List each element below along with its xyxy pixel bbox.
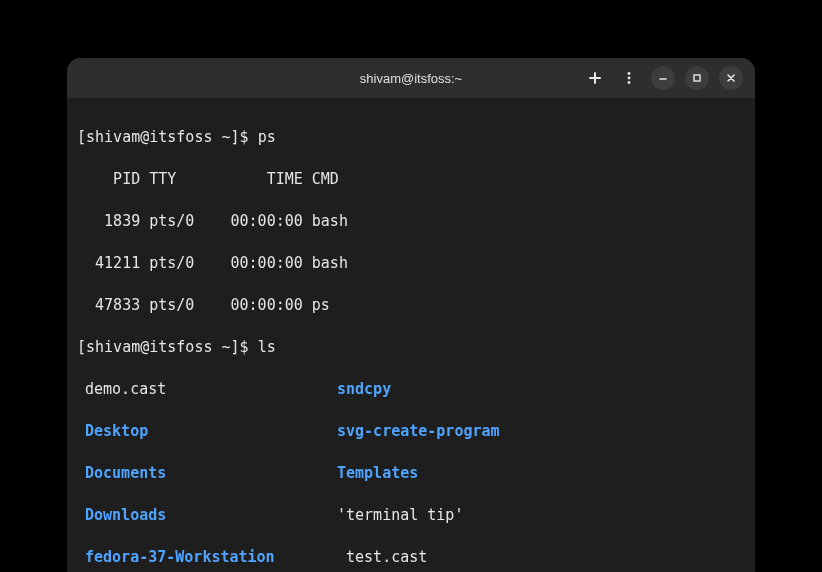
minimize-button[interactable] xyxy=(651,66,675,90)
svg-point-1 xyxy=(628,77,631,80)
menu-button[interactable] xyxy=(617,66,641,90)
ls-row: demo.castsndcpy xyxy=(77,379,745,400)
terminal-window: shivam@itsfoss:~ [shivam@itsfoss ~]$ ps … xyxy=(67,58,755,572)
ls-item: Downloads xyxy=(77,505,337,526)
terminal-output[interactable]: [shivam@itsfoss ~]$ ps PID TTY TIME CMD … xyxy=(67,98,755,572)
new-tab-button[interactable] xyxy=(583,66,607,90)
ls-item: Templates xyxy=(337,463,418,484)
ls-item: test.cast xyxy=(337,547,427,568)
maximize-button[interactable] xyxy=(685,66,709,90)
ps-row: 41211 pts/0 00:00:00 bash xyxy=(77,253,745,274)
close-button[interactable] xyxy=(719,66,743,90)
prompt: [shivam@itsfoss ~]$ xyxy=(77,338,249,356)
ls-item: svg-create-program xyxy=(337,421,500,442)
ps-row: 47833 pts/0 00:00:00 ps xyxy=(77,295,745,316)
ls-item: 'terminal tip' xyxy=(337,505,463,526)
prompt-line: [shivam@itsfoss ~]$ ls xyxy=(77,337,745,358)
titlebar: shivam@itsfoss:~ xyxy=(67,58,755,98)
ps-header: PID TTY TIME CMD xyxy=(77,169,745,190)
svg-point-2 xyxy=(628,81,631,84)
ps-row: 1839 pts/0 00:00:00 bash xyxy=(77,211,745,232)
prompt: [shivam@itsfoss ~]$ xyxy=(77,128,249,146)
ls-item: Desktop xyxy=(77,421,337,442)
ls-row: Downloads'terminal tip' xyxy=(77,505,745,526)
ls-row: Desktopsvg-create-program xyxy=(77,421,745,442)
window-controls xyxy=(583,66,743,90)
command-ls: ls xyxy=(258,338,276,356)
ls-item: fedora-37-Workstation xyxy=(77,547,337,568)
ls-row: fedora-37-Workstation test.cast xyxy=(77,547,745,568)
ls-item: sndcpy xyxy=(337,379,391,400)
ls-item: demo.cast xyxy=(77,379,337,400)
svg-rect-3 xyxy=(694,75,700,81)
ls-item: Documents xyxy=(77,463,337,484)
prompt-line: [shivam@itsfoss ~]$ ps xyxy=(77,127,745,148)
command-ps: ps xyxy=(258,128,276,146)
svg-point-0 xyxy=(628,72,631,75)
ls-row: DocumentsTemplates xyxy=(77,463,745,484)
